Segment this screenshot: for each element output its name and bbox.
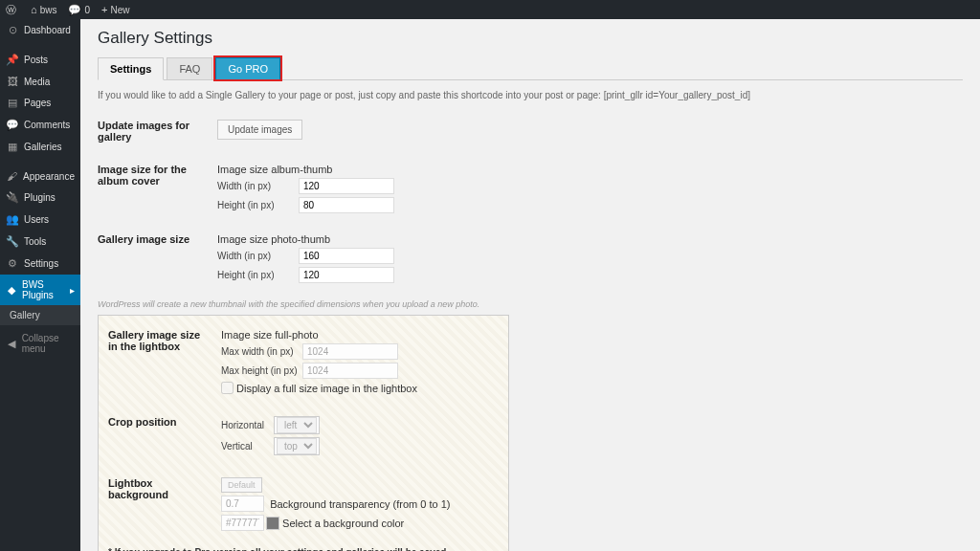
sidebar-item-label: Pages <box>24 98 51 108</box>
bg-default-button: Default <box>221 477 262 493</box>
content-area: Gallery Settings Settings FAQ Go PRO If … <box>80 19 980 551</box>
bg-color-input <box>221 515 264 531</box>
sidebar-item-label: Tools <box>24 236 46 247</box>
wp-logo[interactable]: ⓦ <box>6 3 19 17</box>
album-height-label: Height (in px) <box>217 200 299 210</box>
shortcode-note: If you would like to add a Single Galler… <box>98 90 963 100</box>
bg-color-label: Select a background color <box>282 518 404 529</box>
thumbnail-note: WordPress will create a new thumbnail wi… <box>98 299 963 309</box>
crop-h-label: Horizontal <box>221 420 274 430</box>
section-lightbox-bg: Lightbox background <box>108 474 221 538</box>
sidebar-item-settings[interactable]: ⚙Settings <box>0 253 80 275</box>
sidebar-item-label: Settings <box>24 258 58 269</box>
plugin-icon: 🔌 <box>6 191 19 204</box>
section-album-size: Image size for the album cover <box>98 160 217 220</box>
lightbox-maxh-label: Max height (in px) <box>221 365 302 376</box>
home-icon: ⌂ <box>31 4 37 15</box>
tab-bar: Settings FAQ Go PRO <box>98 57 963 80</box>
section-gallery-size: Gallery image size <box>98 230 217 290</box>
tab-settings[interactable]: Settings <box>98 57 164 80</box>
section-crop: Crop position <box>108 412 221 462</box>
lightbox-fullsize-checkbox <box>221 382 234 394</box>
gallery-size-value: photo-thumb <box>271 233 330 245</box>
settings-icon: ⚙ <box>6 257 19 270</box>
gallery-height-input[interactable] <box>299 267 394 283</box>
sidebar-item-label: Appearance <box>23 171 75 182</box>
new-link[interactable]: +New <box>101 4 129 15</box>
dashboard-icon: ⊙ <box>6 24 19 36</box>
sidebar-item-label: Users <box>24 214 49 225</box>
bg-trans-label: Background transparency (from 0 to 1) <box>270 498 450 510</box>
tab-faq[interactable]: FAQ <box>167 57 212 79</box>
section-lightbox-size: Gallery image size in the lightbox <box>108 325 221 401</box>
bg-color-swatch <box>266 517 279 530</box>
sidebar-item-posts[interactable]: 📌Posts <box>0 49 80 71</box>
album-size-value: album-thumb <box>271 164 332 175</box>
brush-icon: 🖌 <box>6 170 18 182</box>
sidebar-item-media[interactable]: 🖾Media <box>0 71 80 92</box>
site-link[interactable]: ⌂bws <box>31 4 56 15</box>
users-icon: 👥 <box>6 213 19 226</box>
admin-toolbar: ⓦ ⌂bws 💬0 +New <box>0 0 980 19</box>
sidebar-item-bws[interactable]: ◆BWS Plugins▸ <box>0 275 80 305</box>
page-title: Gallery Settings <box>98 29 963 48</box>
comments-count: 0 <box>84 5 90 15</box>
lightbox-size-value: full-photo <box>275 329 318 341</box>
crop-v-select: top <box>277 438 317 454</box>
sidebar-item-label: Dashboard <box>24 25 71 35</box>
sidebar-item-label: Posts <box>24 55 48 65</box>
sidebar-subitem-gallery[interactable]: Gallery <box>0 305 80 325</box>
lightbox-maxw-input <box>302 343 398 360</box>
wordpress-icon: ⓦ <box>6 3 16 17</box>
crop-v-label: Vertical <box>221 441 274 452</box>
album-width-input[interactable] <box>299 178 394 194</box>
album-size-label: Image size <box>217 164 268 175</box>
crop-h-select: left <box>277 417 317 433</box>
sidebar-item-label: Plugins <box>24 192 56 203</box>
site-name: bws <box>40 5 57 15</box>
comment-icon: 💬 <box>6 119 19 131</box>
sidebar-item-label: Galleries <box>24 142 61 152</box>
section-update-images: Update images for gallery <box>98 116 217 146</box>
bws-icon: ◆ <box>6 284 17 297</box>
comment-icon: 💬 <box>68 4 81 16</box>
lightbox-maxw-label: Max width (in px) <box>221 346 302 357</box>
sidebar-item-users[interactable]: 👥Users <box>0 209 80 231</box>
sidebar-collapse[interactable]: ◀Collapse menu <box>0 325 80 359</box>
sidebar-item-galleries[interactable]: ▦Galleries <box>0 136 80 158</box>
pro-settings-block: Gallery image size in the lightbox Image… <box>98 315 509 551</box>
update-images-button[interactable]: Update images <box>217 120 302 140</box>
gallery-icon: ▦ <box>6 141 19 153</box>
admin-sidebar: ⊙Dashboard 📌Posts 🖾Media ▤Pages 💬Comment… <box>0 19 80 551</box>
album-width-label: Width (in px) <box>217 181 299 191</box>
page-icon: ▤ <box>6 97 19 109</box>
album-height-input[interactable] <box>299 197 394 213</box>
sidebar-item-comments[interactable]: 💬Comments <box>0 114 80 136</box>
sidebar-item-label: Collapse menu <box>22 333 75 354</box>
gallery-width-input[interactable] <box>299 248 394 264</box>
lightbox-fullsize-label: Display a full size image in the lightbo… <box>236 383 417 394</box>
tools-icon: 🔧 <box>6 235 19 248</box>
bg-trans-input <box>221 496 264 512</box>
sidebar-item-tools[interactable]: 🔧Tools <box>0 231 80 253</box>
sidebar-item-dashboard[interactable]: ⊙Dashboard <box>0 19 80 41</box>
collapse-icon: ◀ <box>6 338 17 350</box>
comments-link[interactable]: 💬0 <box>68 4 90 16</box>
gallery-size-label: Image size <box>217 233 268 245</box>
sidebar-item-plugins[interactable]: 🔌Plugins <box>0 187 80 209</box>
media-icon: 🖾 <box>6 76 19 87</box>
lightbox-maxh-input <box>302 363 398 379</box>
tab-go-pro[interactable]: Go PRO <box>215 57 280 79</box>
sidebar-item-pages[interactable]: ▤Pages <box>0 92 80 114</box>
upgrade-note: * If you upgrade to Pro version all your… <box>108 547 499 551</box>
sidebar-item-label: Gallery <box>10 310 40 320</box>
sidebar-item-appearance[interactable]: 🖌Appearance <box>0 165 80 187</box>
gallery-height-label: Height (in px) <box>217 270 299 280</box>
gallery-width-label: Width (in px) <box>217 251 299 261</box>
sidebar-item-label: Media <box>24 77 50 87</box>
lightbox-size-label: Image size <box>221 329 272 341</box>
new-label: New <box>110 5 129 15</box>
sidebar-item-label: BWS Plugins <box>22 279 70 300</box>
pin-icon: 📌 <box>6 54 19 66</box>
sidebar-item-label: Comments <box>24 120 70 130</box>
